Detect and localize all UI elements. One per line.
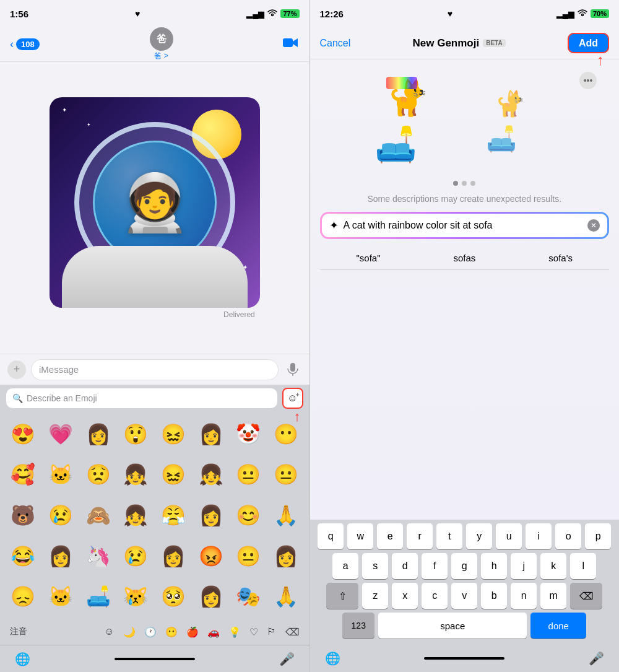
- autocomplete-item-3[interactable]: sofa's: [542, 251, 579, 264]
- genmoji-button[interactable]: ☺ + ↑: [282, 388, 303, 409]
- key-a[interactable]: a: [332, 553, 358, 579]
- dot-3[interactable]: [470, 181, 475, 186]
- list-item[interactable]: 🙏: [268, 577, 305, 616]
- genmoji-secondary-emoji[interactable]: 🛋️ 🐈: [483, 84, 557, 159]
- list-item[interactable]: 🐱: [43, 455, 79, 495]
- space-key[interactable]: space: [378, 613, 527, 639]
- key-c[interactable]: c: [422, 583, 448, 609]
- list-item[interactable]: 🥺: [155, 577, 192, 616]
- key-s[interactable]: s: [362, 553, 388, 579]
- globe-icon[interactable]: 🌐: [15, 652, 30, 666]
- key-t[interactable]: t: [436, 523, 462, 549]
- list-item[interactable]: 👩: [155, 536, 192, 576]
- list-item[interactable]: 👧: [193, 455, 229, 495]
- car-icon[interactable]: 🚗: [207, 626, 220, 638]
- list-item[interactable]: 😤: [155, 495, 192, 535]
- list-item[interactable]: 👧: [118, 495, 154, 535]
- list-item[interactable]: 😍: [5, 414, 41, 454]
- contact-info[interactable]: 爸 爸 >: [150, 27, 173, 61]
- list-item[interactable]: 🥰: [5, 455, 41, 495]
- list-item[interactable]: 👧: [118, 455, 154, 495]
- list-item[interactable]: 🤡: [230, 414, 267, 454]
- video-call-button[interactable]: [283, 37, 299, 53]
- back-badge[interactable]: 108: [16, 38, 40, 50]
- list-item[interactable]: 👩: [43, 536, 79, 576]
- key-u[interactable]: u: [496, 523, 522, 549]
- delete-icon[interactable]: ⌫: [285, 626, 300, 638]
- list-item[interactable]: 😲: [118, 414, 154, 454]
- key-r[interactable]: r: [407, 523, 433, 549]
- key-e[interactable]: e: [377, 523, 403, 549]
- list-item[interactable]: 🙏: [268, 495, 305, 535]
- back-button[interactable]: ‹ 108: [10, 38, 40, 51]
- mic-button[interactable]: [284, 360, 302, 379]
- key-p[interactable]: p: [585, 523, 611, 549]
- list-item[interactable]: 👩: [80, 414, 116, 454]
- key-o[interactable]: o: [555, 523, 581, 549]
- key-x[interactable]: x: [392, 583, 418, 609]
- list-item[interactable]: 🐱: [43, 577, 79, 616]
- mic-bottom-icon[interactable]: 🎤: [279, 652, 295, 666]
- list-item[interactable]: 😞: [5, 577, 41, 616]
- list-item[interactable]: 🙈: [80, 495, 116, 535]
- list-item[interactable]: 😿: [118, 577, 154, 616]
- zhuyin-label[interactable]: 注音: [10, 626, 27, 637]
- list-item[interactable]: 👩: [193, 414, 229, 454]
- key-h[interactable]: h: [481, 553, 507, 579]
- shift-key[interactable]: ⇧: [326, 583, 358, 609]
- key-q[interactable]: q: [318, 523, 344, 549]
- key-b[interactable]: b: [481, 583, 507, 609]
- genmoji-input-field[interactable]: A cat with rainbow color sit at sofa: [344, 220, 583, 231]
- right-globe-icon[interactable]: 🌐: [325, 651, 340, 666]
- key-i[interactable]: i: [526, 523, 552, 549]
- numbers-key[interactable]: 123: [342, 613, 374, 639]
- smiley-icon[interactable]: ☺: [104, 626, 114, 637]
- list-item[interactable]: 😐: [268, 455, 305, 495]
- imessage-input[interactable]: iMessage: [31, 359, 279, 380]
- add-attachment-button[interactable]: +: [7, 360, 26, 379]
- face-icon[interactable]: 😶: [165, 626, 178, 638]
- list-item[interactable]: 😢: [43, 495, 79, 535]
- key-g[interactable]: g: [451, 553, 477, 579]
- list-item[interactable]: 👩: [193, 495, 229, 535]
- more-options-button[interactable]: •••: [579, 72, 597, 89]
- key-d[interactable]: d: [392, 553, 418, 579]
- dot-1[interactable]: [453, 181, 458, 186]
- list-item[interactable]: 🛋️: [80, 577, 116, 616]
- list-item[interactable]: 😖: [155, 414, 192, 454]
- emoji-toolbar-left[interactable]: 注音: [10, 626, 27, 637]
- list-item[interactable]: 😡: [193, 536, 229, 576]
- contact-subtitle[interactable]: 爸 >: [154, 51, 168, 61]
- list-item[interactable]: 😐: [230, 536, 267, 576]
- list-item[interactable]: 💗: [43, 414, 79, 454]
- autocomplete-item-1[interactable]: "sofa": [350, 251, 386, 264]
- list-item[interactable]: 😖: [155, 455, 192, 495]
- heart-icon[interactable]: ♡: [249, 626, 258, 638]
- clock-icon[interactable]: 🕐: [144, 626, 157, 638]
- key-y[interactable]: y: [466, 523, 492, 549]
- list-item[interactable]: 👩: [193, 577, 229, 616]
- list-item[interactable]: 👩: [268, 536, 305, 576]
- list-item[interactable]: 😟: [80, 455, 116, 495]
- key-l[interactable]: l: [570, 553, 596, 579]
- key-j[interactable]: j: [511, 553, 537, 579]
- apple-icon[interactable]: 🍎: [186, 626, 199, 638]
- bulb-icon[interactable]: 💡: [228, 626, 241, 638]
- key-k[interactable]: k: [540, 553, 566, 579]
- list-item[interactable]: 🎭: [230, 577, 267, 616]
- list-item[interactable]: 😢: [118, 536, 154, 576]
- key-z[interactable]: z: [362, 583, 388, 609]
- dot-2[interactable]: [462, 181, 467, 186]
- add-button[interactable]: Add: [568, 33, 609, 53]
- moon-icon[interactable]: 🌙: [123, 626, 136, 638]
- list-item[interactable]: 😊: [230, 495, 267, 535]
- key-n[interactable]: n: [511, 583, 537, 609]
- key-f[interactable]: f: [422, 553, 448, 579]
- key-v[interactable]: v: [451, 583, 477, 609]
- flag-icon[interactable]: 🏳: [267, 626, 277, 637]
- right-mic-bottom-icon[interactable]: 🎤: [589, 651, 604, 666]
- clear-input-button[interactable]: ✕: [587, 219, 600, 232]
- emoji-search-input[interactable]: 🔍 Describe an Emoji: [6, 388, 277, 408]
- autocomplete-item-2[interactable]: sofas: [447, 251, 482, 264]
- list-item[interactable]: 🦄: [80, 536, 116, 576]
